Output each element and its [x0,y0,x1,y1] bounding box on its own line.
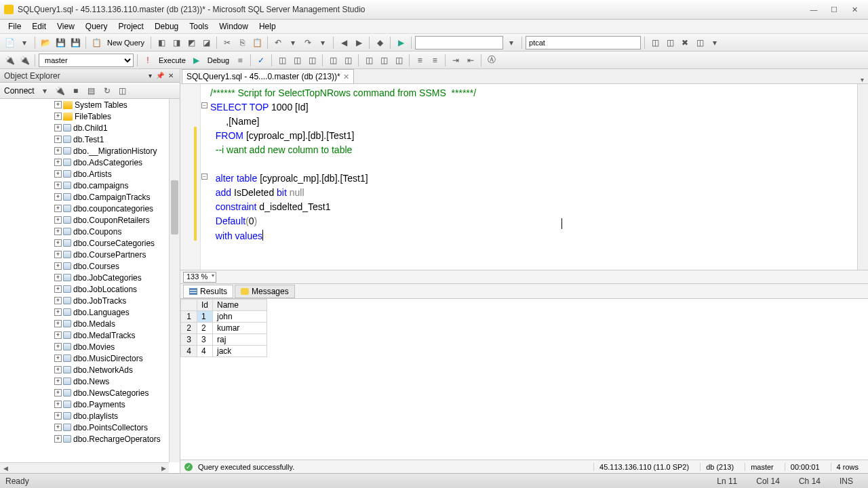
tb-icon[interactable]: ◫ [116,84,130,98]
tree-node[interactable]: +dbo.Courses [1,260,169,272]
tree-node[interactable]: +dbo.playlists [1,410,169,422]
expand-icon[interactable]: + [54,274,62,281]
document-tab[interactable]: SQLQuery1.sql - 45....0.master (db (213)… [182,69,354,83]
uncomment-icon[interactable]: ≡ [428,54,441,67]
tb-icon[interactable]: ◩ [184,36,198,49]
menu-window[interactable]: Window [214,20,254,33]
new-query-button[interactable]: New Query [104,39,147,47]
connect-button[interactable]: Connect [3,86,36,96]
outdent-icon[interactable]: ⇤ [464,54,477,67]
cut-icon[interactable]: ✂ [220,36,234,49]
tree-node[interactable]: +dbo.Coupons [1,226,169,237]
tree-node[interactable]: +dbo.couponcategories [1,203,169,214]
expand-icon[interactable]: + [54,389,62,396]
tree-node[interactable]: +dbo.MusicDirectors [1,352,169,364]
tree-node[interactable]: +db.Test1 [1,134,169,145]
tree-node[interactable]: +dbo.Languages [1,306,169,318]
refresh-icon[interactable]: ↻ [100,84,114,98]
save-icon[interactable]: 💾 [54,36,67,49]
expand-icon[interactable]: + [54,113,62,120]
close-tab-icon[interactable]: ✕ [343,73,349,81]
execute-icon[interactable]: ! [141,54,155,67]
maximize-button[interactable]: ☐ [825,3,844,16]
tb-icon[interactable]: ◫ [392,54,406,67]
menu-edit[interactable]: Edit [26,20,52,33]
tree-node[interactable]: +dbo.JobLocations [1,283,169,295]
expand-icon[interactable]: + [54,228,62,235]
start-icon[interactable]: ▶ [394,36,408,49]
debug-button[interactable]: Debug [205,56,232,64]
minimize-button[interactable]: — [804,3,823,16]
expand-icon[interactable]: + [54,343,62,350]
tree-node[interactable]: +db.Child1 [1,122,169,134]
tree-node[interactable]: +dbo.NetworkAds [1,364,169,375]
column-header[interactable] [181,300,197,311]
tb-icon[interactable]: ◪ [199,36,213,49]
filter-icon[interactable]: ▤ [85,84,98,98]
tb-icon[interactable]: 🔌 [18,54,31,67]
close-button[interactable]: ✕ [845,3,864,16]
dropdown-icon[interactable]: ▾ [286,36,300,49]
expand-icon[interactable]: + [54,366,62,373]
execute-button[interactable]: Execute [156,56,189,64]
expand-icon[interactable]: + [54,182,62,189]
paste-icon[interactable]: 📋 [250,36,264,49]
dropdown-icon[interactable]: ▾ [38,84,52,98]
fold-icon[interactable]: − [201,174,208,180]
messages-tab[interactable]: Messages [235,285,295,298]
expand-icon[interactable]: + [54,435,62,443]
expand-icon[interactable]: + [54,216,62,224]
tree-node[interactable]: +System Tables [1,99,169,110]
tree-node[interactable]: +dbo.CoursePartners [1,249,169,260]
dropdown-icon[interactable]: ▾ [18,36,31,49]
tree-node[interactable]: +dbo.Medals [1,318,169,329]
tree-node[interactable]: +dbo.NewsCategories [1,387,169,399]
save-all-icon[interactable]: 💾 [68,36,82,49]
tree-node[interactable]: +dbo.AdsCategories [1,157,169,168]
tb-icon[interactable]: ◫ [377,54,391,67]
solution-combo[interactable] [526,36,641,49]
menu-view[interactable]: View [52,20,80,33]
tree-node[interactable]: +dbo.JobTracks [1,295,169,306]
tb-icon[interactable]: ◫ [362,54,376,67]
tree-node[interactable]: +dbo.RechargeOperators [1,433,169,445]
expand-icon[interactable]: + [54,239,62,247]
tb-icon[interactable]: ◫ [663,36,677,49]
tree-node[interactable]: +dbo.News [1,375,169,387]
tree-node[interactable]: +dbo.CouponRetailers [1,214,169,226]
tree-node[interactable]: +dbo.Artists [1,168,169,180]
debug-icon[interactable]: ▶ [190,54,203,67]
expand-icon[interactable]: + [54,285,62,293]
table-row[interactable]: 22kumar [181,323,267,334]
expand-icon[interactable]: + [54,331,62,339]
expand-icon[interactable]: + [54,124,62,131]
expand-icon[interactable]: + [54,251,62,258]
new-query-icon[interactable]: 📋 [90,36,103,49]
expand-icon[interactable]: + [54,424,62,431]
expand-icon[interactable]: + [54,297,62,304]
close-icon[interactable]: ✕ [166,72,176,79]
expand-icon[interactable]: + [54,354,62,362]
parse-icon[interactable]: ✓ [254,54,268,67]
column-header[interactable]: Id [197,300,213,311]
activity-icon[interactable]: ◆ [373,36,387,49]
dropdown-icon[interactable]: ▾ [505,36,518,49]
table-row[interactable]: 44jack [181,346,267,357]
tb-icon[interactable]: ◨ [170,36,183,49]
results-grid[interactable]: IdName11john22kumar33raj44jack [180,299,868,460]
scrollbar-vertical[interactable] [169,99,180,462]
database-combo[interactable]: master [39,54,134,67]
scrollbar-vertical[interactable] [857,84,868,270]
tree-node[interactable]: +FileTables [1,110,169,122]
expand-icon[interactable]: + [54,401,62,408]
fold-icon[interactable]: − [201,102,208,108]
table-row[interactable]: 11john [181,311,267,323]
scrollbar-horizontal[interactable]: ◀▶ [0,462,169,473]
expand-icon[interactable]: + [54,101,62,108]
expand-icon[interactable]: + [54,320,62,327]
disconnect-icon[interactable]: 🔌 [54,84,67,98]
change-connection-icon[interactable]: 🔌 [3,54,16,67]
object-explorer-tree[interactable]: +System Tables+FileTables+db.Child1+db.T… [0,99,180,473]
new-project-icon[interactable]: 📄 [3,36,16,49]
tree-node[interactable]: +dbo.JobCategories [1,272,169,283]
